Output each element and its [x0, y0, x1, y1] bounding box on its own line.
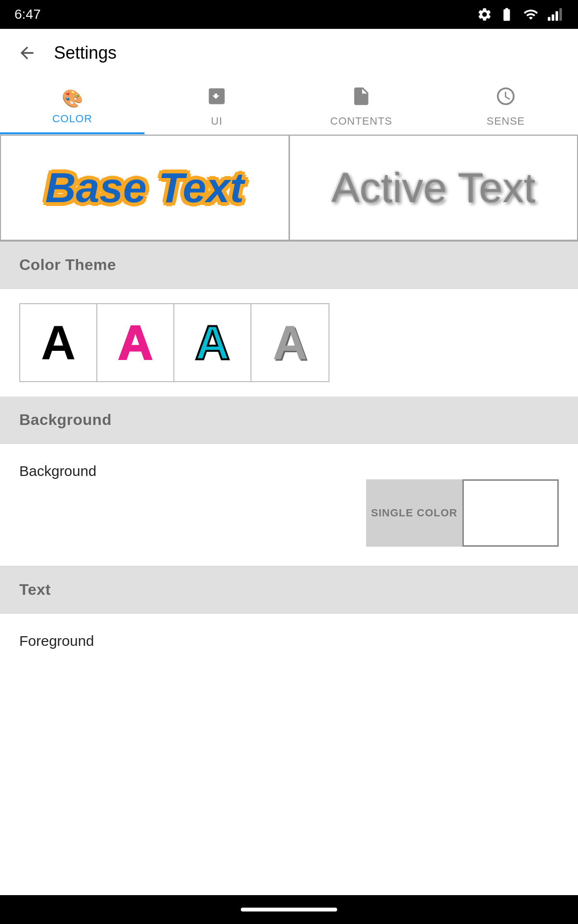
color-theme-header: Color Theme: [0, 242, 578, 288]
tab-sense-label: SENSE: [486, 115, 525, 128]
active-text-preview[interactable]: Active Text: [289, 135, 578, 241]
background-title: Background: [19, 411, 112, 428]
theme-options: A A A A: [19, 303, 329, 382]
gear-icon: [477, 7, 492, 22]
theme-option-pink[interactable]: A: [97, 304, 174, 381]
foreground-row: Foreground: [0, 614, 578, 668]
letter-a-gray: A: [273, 315, 307, 371]
svg-rect-2: [555, 11, 558, 21]
tab-contents-label: CONTENTS: [330, 115, 393, 128]
active-text-display: Active Text: [331, 163, 536, 212]
single-color-button[interactable]: SINGLE COLOR: [366, 479, 462, 547]
file-text-icon: [351, 86, 372, 111]
single-color-label: SINGLE COLOR: [371, 507, 457, 519]
back-button[interactable]: [14, 40, 39, 65]
text-title: Text: [19, 581, 51, 598]
home-indicator: [241, 908, 337, 911]
tab-bar: 🎨 COLOR UI CONTENTS SENSE: [0, 77, 578, 135]
page-title: Settings: [54, 43, 117, 63]
app-bar: Settings: [0, 29, 578, 77]
status-bar: 6:47: [0, 0, 578, 29]
clock-circle-icon: [495, 86, 516, 111]
battery-icon: [498, 7, 515, 22]
white-color-button[interactable]: [462, 479, 559, 547]
svg-rect-1: [552, 14, 554, 21]
letter-a-black: A: [41, 315, 76, 371]
base-text-preview[interactable]: Base Text: [0, 135, 289, 241]
tab-sense[interactable]: SENSE: [434, 77, 578, 134]
theme-options-row: A A A A: [0, 289, 578, 397]
svg-rect-3: [559, 8, 562, 21]
letter-a-cyan: A: [195, 315, 230, 371]
palette-icon: 🎨: [62, 89, 83, 109]
status-time: 6:47: [14, 7, 41, 22]
base-text-display: Base Text: [45, 163, 244, 212]
status-icons: [477, 7, 564, 22]
tab-ui[interactable]: UI: [144, 77, 289, 134]
theme-option-black[interactable]: A: [20, 304, 97, 381]
color-theme-title: Color Theme: [19, 256, 116, 273]
preview-row: Base Text Active Text: [0, 135, 578, 242]
download-box-icon: [206, 86, 227, 111]
tab-contents[interactable]: CONTENTS: [289, 77, 434, 134]
background-header: Background: [0, 397, 578, 443]
theme-option-gray[interactable]: A: [251, 304, 328, 381]
background-row-label: Background: [19, 463, 96, 479]
background-options: SINGLE COLOR: [19, 479, 559, 547]
bottom-bar: [0, 895, 578, 924]
theme-option-cyan[interactable]: A: [174, 304, 251, 381]
letter-a-pink: A: [118, 315, 153, 371]
tab-color-label: COLOR: [52, 113, 92, 125]
foreground-label: Foreground: [19, 633, 94, 649]
signal-icon: [546, 7, 564, 22]
svg-rect-0: [548, 17, 550, 21]
text-header: Text: [0, 566, 578, 613]
tab-ui-label: UI: [211, 115, 223, 128]
tab-color[interactable]: 🎨 COLOR: [0, 77, 144, 134]
background-setting-row: Background SINGLE COLOR: [0, 444, 578, 566]
wifi-icon: [521, 7, 540, 22]
